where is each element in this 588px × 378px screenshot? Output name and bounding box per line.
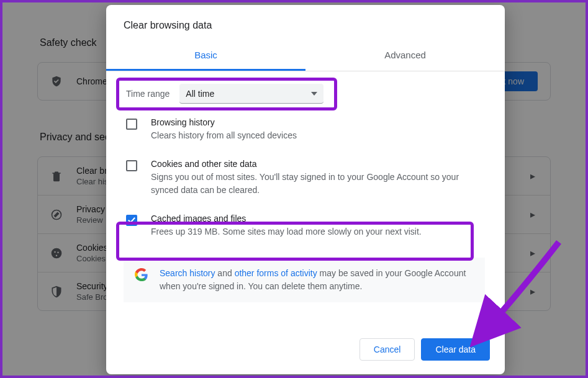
other-activity-link[interactable]: other forms of activity (235, 268, 317, 278)
cookies-sub: Signs you out of most sites. You'll stay… (151, 171, 485, 196)
cached-images-sub: Frees up 319 MB. Some sites may load mor… (151, 225, 485, 238)
browsing-history-row[interactable]: Browsing history Clears history from all… (121, 109, 487, 150)
time-range-row: Time range All time (121, 79, 487, 109)
browsing-history-sub: Clears history from all synced devices (151, 129, 485, 142)
dialog-footer: Cancel Clear data (106, 327, 505, 374)
notice-text: Search history and other forms of activi… (160, 267, 474, 293)
tab-basic[interactable]: Basic (106, 42, 305, 71)
browsing-history-title: Browsing history (151, 117, 485, 127)
clear-browsing-data-dialog: Clear browsing data Basic Advanced Time … (106, 5, 505, 374)
browsing-history-checkbox[interactable] (126, 119, 137, 130)
dialog-title: Clear browsing data (106, 5, 505, 42)
time-range-select[interactable]: All time (179, 84, 323, 104)
clear-data-button[interactable]: Clear data (421, 338, 490, 361)
tab-advanced[interactable]: Advanced (305, 42, 505, 71)
time-range-value: All time (186, 89, 214, 99)
cached-images-checkbox[interactable] (126, 215, 137, 226)
cached-images-title: Cached images and files (151, 214, 485, 223)
cancel-button[interactable]: Cancel (360, 338, 415, 361)
google-account-notice: Search history and other forms of activi… (124, 258, 485, 302)
cookies-row[interactable]: Cookies and other site data Signs you ou… (121, 150, 487, 205)
search-history-link[interactable]: Search history (160, 268, 215, 278)
cookies-title: Cookies and other site data (151, 159, 485, 169)
time-range-label: Time range (126, 89, 170, 99)
cookies-checkbox[interactable] (126, 160, 137, 171)
dialog-tabs: Basic Advanced (106, 42, 505, 71)
cached-images-row[interactable]: Cached images and files Frees up 319 MB.… (121, 205, 487, 246)
chevron-down-icon (311, 92, 317, 96)
dialog-content: Time range All time Browsing history Cle… (106, 71, 505, 327)
google-logo-icon (135, 268, 148, 282)
